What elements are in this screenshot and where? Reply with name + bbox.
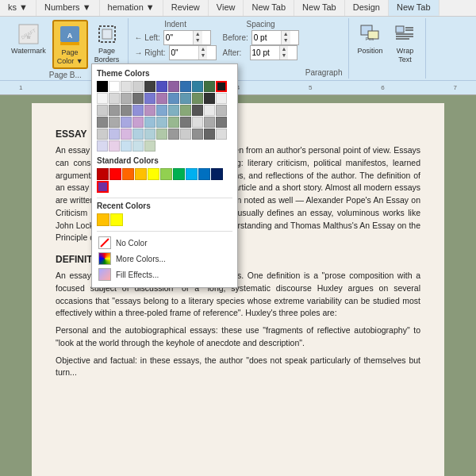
theme-color-swatch-24[interactable] xyxy=(121,105,132,116)
theme-color-swatch-36[interactable] xyxy=(132,117,144,128)
theme-color-swatch-28[interactable] xyxy=(168,105,179,116)
theme-color-swatch-43[interactable] xyxy=(216,117,227,128)
theme-color-swatch-37[interactable] xyxy=(144,117,155,128)
theme-color-swatch-50[interactable] xyxy=(168,129,179,140)
fill-effects-option[interactable]: Fill Effects... xyxy=(97,267,232,282)
tab-newtab1[interactable]: New Tab xyxy=(244,0,294,16)
theme-color-swatch-51[interactable] xyxy=(180,129,191,140)
spacing-after-input[interactable] xyxy=(251,48,279,58)
standard-color-swatch-10[interactable] xyxy=(97,181,109,193)
theme-color-swatch-42[interactable] xyxy=(204,117,215,128)
theme-color-swatch-34[interactable] xyxy=(109,117,120,128)
theme-color-swatch-21[interactable] xyxy=(216,93,227,104)
theme-color-swatch-39[interactable] xyxy=(168,117,179,128)
theme-color-swatch-29[interactable] xyxy=(180,105,191,116)
standard-color-swatch-8[interactable] xyxy=(198,168,210,180)
indent-left-input[interactable] xyxy=(164,33,193,43)
tab-view[interactable]: View xyxy=(209,0,244,16)
theme-color-swatch-38[interactable] xyxy=(156,117,167,128)
standard-color-swatch-0[interactable] xyxy=(97,168,109,180)
indent-right-input[interactable] xyxy=(170,48,198,58)
theme-color-swatch-44[interactable] xyxy=(97,129,108,140)
theme-color-swatch-16[interactable] xyxy=(156,93,167,104)
tab-design[interactable]: Design xyxy=(345,0,389,16)
theme-color-swatch-13[interactable] xyxy=(121,93,132,104)
theme-color-swatch-0[interactable] xyxy=(97,81,108,92)
theme-color-swatch-31[interactable] xyxy=(204,105,215,116)
theme-color-swatch-12[interactable] xyxy=(109,93,120,104)
theme-color-swatch-59[interactable] xyxy=(144,140,155,152)
theme-color-swatch-7[interactable] xyxy=(180,81,191,92)
theme-color-swatch-40[interactable] xyxy=(180,117,191,128)
recent-color-swatch-0[interactable] xyxy=(97,213,109,226)
theme-color-swatch-41[interactable] xyxy=(192,117,203,128)
theme-color-swatch-19[interactable] xyxy=(192,93,203,104)
theme-color-swatch-56[interactable] xyxy=(109,140,120,152)
theme-color-swatch-55[interactable] xyxy=(97,140,108,152)
standard-color-swatch-9[interactable] xyxy=(211,168,223,180)
theme-color-swatch-10[interactable] xyxy=(216,81,227,92)
theme-color-swatch-33[interactable] xyxy=(97,117,108,128)
theme-color-swatch-6[interactable] xyxy=(168,81,179,92)
theme-color-swatch-26[interactable] xyxy=(144,105,155,116)
theme-color-swatch-57[interactable] xyxy=(121,140,132,152)
theme-color-swatch-32[interactable] xyxy=(216,105,227,116)
page-color-button[interactable]: A PageColor ▼ xyxy=(52,20,88,69)
theme-color-swatch-45[interactable] xyxy=(109,129,120,140)
theme-color-swatch-8[interactable] xyxy=(192,81,203,92)
indent-right-up[interactable]: ▲ xyxy=(199,46,208,52)
theme-color-swatch-58[interactable] xyxy=(132,140,144,152)
theme-color-swatch-11[interactable] xyxy=(97,93,108,104)
theme-color-swatch-30[interactable] xyxy=(192,105,203,116)
standard-color-swatch-2[interactable] xyxy=(122,168,134,180)
theme-color-swatch-9[interactable] xyxy=(204,81,215,92)
no-color-option[interactable]: No Color xyxy=(97,235,232,251)
theme-color-swatch-49[interactable] xyxy=(156,129,167,140)
standard-color-swatch-3[interactable] xyxy=(135,168,147,180)
theme-color-swatch-46[interactable] xyxy=(121,129,132,140)
standard-color-swatch-6[interactable] xyxy=(173,168,185,180)
theme-color-swatch-1[interactable] xyxy=(109,81,120,92)
theme-color-swatch-47[interactable] xyxy=(132,129,144,140)
recent-color-swatch-1[interactable] xyxy=(110,213,123,226)
theme-color-swatch-14[interactable] xyxy=(132,93,144,104)
theme-color-swatch-2[interactable] xyxy=(121,81,132,92)
theme-color-swatch-22[interactable] xyxy=(97,105,108,116)
tab-ks[interactable]: ks ▼ xyxy=(0,0,36,16)
more-colors-option[interactable]: More Colors... xyxy=(97,251,232,267)
theme-color-swatch-17[interactable] xyxy=(168,93,179,104)
position-button[interactable]: Pos Position xyxy=(354,20,386,57)
spacing-before-up[interactable]: ▲ xyxy=(282,31,290,37)
tab-newtab2[interactable]: New Tab xyxy=(294,0,345,16)
theme-color-swatch-3[interactable] xyxy=(132,81,144,92)
standard-color-swatch-4[interactable] xyxy=(148,168,159,180)
spacing-before-input[interactable] xyxy=(252,33,281,43)
indent-right-down[interactable]: ▼ xyxy=(199,52,208,59)
theme-color-swatch-54[interactable] xyxy=(216,129,227,140)
standard-color-swatch-5[interactable] xyxy=(160,168,172,180)
wrap-text-button[interactable]: WrapText xyxy=(389,20,420,66)
theme-color-swatch-4[interactable] xyxy=(144,81,155,92)
tab-newtab3[interactable]: New Tab xyxy=(389,0,440,16)
indent-left-up[interactable]: ▲ xyxy=(194,31,202,37)
theme-color-swatch-48[interactable] xyxy=(144,129,155,140)
theme-color-swatch-27[interactable] xyxy=(156,105,167,116)
theme-color-swatch-23[interactable] xyxy=(109,105,120,116)
standard-color-swatch-7[interactable] xyxy=(186,168,198,180)
spacing-after-down[interactable]: ▼ xyxy=(280,52,289,59)
watermark-button[interactable]: DRAFT W Watermark xyxy=(8,20,49,57)
theme-color-swatch-5[interactable] xyxy=(156,81,167,92)
theme-color-swatch-53[interactable] xyxy=(204,129,215,140)
theme-color-swatch-15[interactable] xyxy=(144,93,155,104)
standard-color-swatch-1[interactable] xyxy=(109,168,121,180)
theme-color-swatch-20[interactable] xyxy=(204,93,215,104)
indent-left-down[interactable]: ▼ xyxy=(194,37,202,44)
spacing-before-down[interactable]: ▼ xyxy=(282,37,290,44)
spacing-after-up[interactable]: ▲ xyxy=(280,46,289,52)
theme-color-swatch-25[interactable] xyxy=(132,105,144,116)
tab-review[interactable]: Review xyxy=(163,0,209,16)
tab-numbers[interactable]: Numbers ▼ xyxy=(36,0,100,16)
theme-color-swatch-35[interactable] xyxy=(121,117,132,128)
page-borders-button[interactable]: PageBorders xyxy=(91,20,123,66)
theme-color-swatch-52[interactable] xyxy=(192,129,203,140)
